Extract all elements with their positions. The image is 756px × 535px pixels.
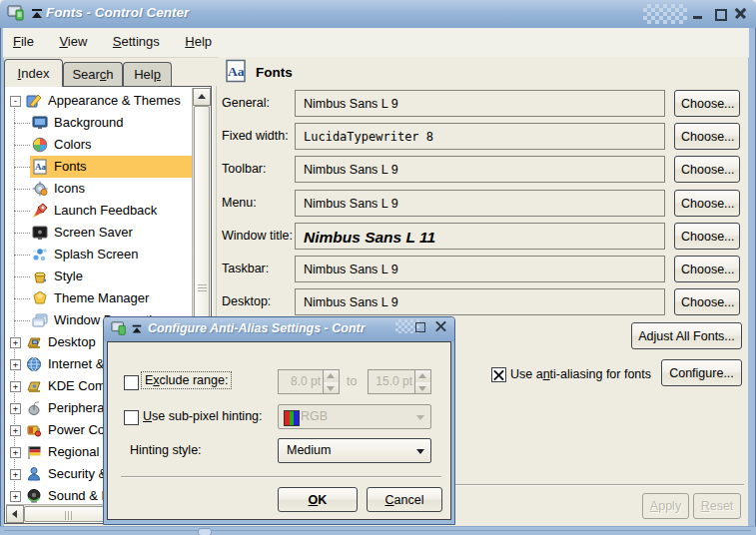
- choose-general-button[interactable]: Choose...: [674, 90, 740, 117]
- rgb-order-icon: [284, 410, 300, 426]
- choose-taskbar-button[interactable]: Choose...: [674, 256, 740, 282]
- exclude-range-checkbox[interactable]: [124, 375, 139, 390]
- close-button[interactable]: [733, 6, 749, 22]
- sidebar-item-fonts[interactable]: Aa Fonts: [6, 156, 192, 178]
- security-privacy-icon: [26, 466, 42, 482]
- adjust-all-fonts-button[interactable]: Adjust All Fonts...: [631, 322, 742, 349]
- reset-button[interactable]: Reset: [693, 493, 741, 519]
- tab-index[interactable]: Index: [4, 59, 63, 87]
- font-row-label: Taskbar:: [222, 262, 269, 275]
- icons-icon: [32, 181, 48, 197]
- antialias-label[interactable]: Use anti-aliasing for fonts: [510, 367, 651, 381]
- font-preview-toolbar: Nimbus Sans L 9: [295, 156, 665, 183]
- ok-button[interactable]: OK: [278, 487, 358, 512]
- font-row-label: Window title:: [222, 229, 293, 243]
- expand-expander-icon[interactable]: +: [10, 403, 21, 414]
- fonts-header-icon: Aa: [224, 59, 248, 83]
- expand-expander-icon[interactable]: +: [10, 425, 21, 436]
- subpixel-label[interactable]: Use sub-pixel hinting:: [143, 409, 263, 423]
- tab-help[interactable]: Help: [123, 62, 172, 87]
- sidebar-item-background[interactable]: Background: [6, 112, 192, 134]
- collapse-expander-icon[interactable]: -: [10, 96, 21, 107]
- hinting-style-label: Hinting style:: [130, 443, 202, 457]
- svg-text:Aa: Aa: [35, 162, 46, 172]
- font-row-label: Toolbar:: [222, 162, 266, 176]
- sidebar-item-icons[interactable]: Icons: [6, 178, 192, 200]
- scrollbar-thumb[interactable]: [194, 106, 210, 335]
- resize-grip[interactable]: [198, 528, 212, 535]
- sidebar-item-screen-saver[interactable]: Screen Saver: [6, 222, 192, 244]
- window-decorations-icon: [32, 312, 48, 328]
- hinting-style-combobox[interactable]: Medium: [278, 438, 431, 463]
- font-row-label: Desktop:: [222, 294, 271, 308]
- background-icon: [32, 115, 48, 131]
- range-to-spinbox[interactable]: 15.0 pt: [368, 369, 431, 394]
- control-center-app-icon: [7, 4, 25, 22]
- font-preview-general: Nimbus Sans L 9: [295, 90, 665, 117]
- range-from-spinbox[interactable]: 8.0 pt: [278, 369, 340, 394]
- font-preview-desktop: Nimbus Sans L 9: [295, 288, 665, 315]
- dialog-close-button[interactable]: [433, 319, 449, 335]
- expand-expander-icon[interactable]: +: [10, 447, 21, 458]
- maximize-button[interactable]: [712, 6, 728, 22]
- sidebar-item-colors[interactable]: Colors: [6, 134, 192, 156]
- expand-expander-icon[interactable]: +: [10, 491, 21, 502]
- choose-desktop-button[interactable]: Choose...: [674, 288, 740, 315]
- subpixel-checkbox[interactable]: [124, 410, 139, 425]
- window-titlebar[interactable]: Fonts - Control Center: [0, 0, 756, 29]
- sidebar-item-theme-manager[interactable]: Theme Manager: [6, 287, 192, 309]
- dialog-maximize-button[interactable]: [412, 319, 428, 335]
- window-menu-icon[interactable]: [30, 7, 44, 21]
- dialog-app-icon: [111, 320, 127, 336]
- configure-antialias-button[interactable]: Configure...: [661, 359, 742, 386]
- expand-expander-icon[interactable]: +: [10, 469, 21, 480]
- frame-groove: [4, 530, 751, 531]
- cancel-button[interactable]: Cancel: [367, 487, 442, 512]
- appearance-themes-icon: [26, 93, 42, 109]
- kde-components-icon: [26, 378, 42, 394]
- sidebar-item-style[interactable]: Style: [6, 266, 192, 287]
- window-frame-right: [747, 28, 756, 526]
- minimize-button[interactable]: [690, 6, 706, 22]
- power-control-icon: [26, 422, 42, 438]
- style-icon: [32, 268, 48, 284]
- expand-expander-icon[interactable]: +: [10, 381, 21, 392]
- menubar: File View Settings Help: [3, 28, 749, 58]
- fonts-icon: Aa: [32, 159, 48, 175]
- choose-fixed-width-button[interactable]: Choose...: [674, 123, 740, 150]
- menu-file[interactable]: File: [9, 34, 38, 49]
- window-frame-bottom: [0, 526, 756, 535]
- desktop-icon: [26, 334, 42, 350]
- sidebar-item-splash-screen[interactable]: Splash Screen: [6, 244, 192, 266]
- antialias-checkbox[interactable]: [491, 367, 506, 382]
- scrollbar-thumb[interactable]: [24, 506, 112, 522]
- exclude-range-label[interactable]: Exclude range:: [141, 371, 232, 389]
- scroll-up-button[interactable]: [193, 88, 211, 106]
- choose-toolbar-button[interactable]: Choose...: [674, 156, 740, 183]
- screen-saver-icon: [32, 225, 48, 241]
- choose-window-title-button[interactable]: Choose...: [674, 223, 740, 250]
- keramik-pattern: [643, 4, 687, 24]
- apply-button[interactable]: Apply: [642, 493, 689, 519]
- launch-feedback-icon: [32, 203, 48, 219]
- scroll-left-button[interactable]: [6, 505, 24, 523]
- choose-menu-button[interactable]: Choose...: [674, 190, 740, 217]
- menu-view[interactable]: View: [55, 34, 91, 49]
- font-preview-menu: Nimbus Sans L 9: [295, 190, 665, 217]
- menu-help[interactable]: Help: [181, 34, 216, 49]
- dialog-titlebar[interactable]: Configure Anti-Alias Settings - Contr: [104, 317, 454, 341]
- window-menu-icon[interactable]: [131, 323, 143, 335]
- theme-manager-icon: [32, 290, 48, 306]
- expand-expander-icon[interactable]: +: [10, 337, 21, 348]
- sidebar-item-appearance-themes[interactable]: - Appearance & Themes: [6, 90, 192, 112]
- font-preview-taskbar: Nimbus Sans L 9: [295, 256, 665, 282]
- tab-search[interactable]: Search: [63, 62, 123, 87]
- menu-settings[interactable]: Settings: [109, 34, 164, 49]
- subpixel-combobox[interactable]: RGB: [278, 404, 431, 429]
- sidebar-item-launch-feedback[interactable]: Launch Feedback: [6, 200, 192, 222]
- dialog-separator: [121, 476, 441, 478]
- expand-expander-icon[interactable]: +: [10, 359, 21, 370]
- sound-multimedia-icon: [26, 488, 42, 504]
- font-preview-window-title: Nimbus Sans L 11: [295, 223, 665, 250]
- peripherals-icon: [26, 400, 42, 416]
